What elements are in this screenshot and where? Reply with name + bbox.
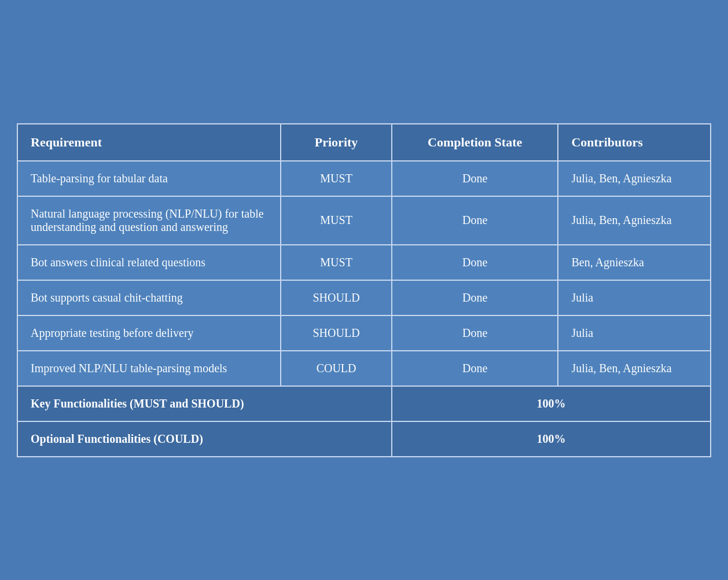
table-header-row: Requirement Priority Completion State Co… <box>17 124 711 161</box>
cell-priority: MUST <box>281 161 392 196</box>
summary-value: 100% <box>392 386 711 421</box>
cell-completion: Done <box>392 161 558 196</box>
summary-label: Key Functionalities (MUST and SHOULD) <box>17 386 392 421</box>
cell-completion: Done <box>392 315 558 351</box>
header-contributors: Contributors <box>558 124 711 161</box>
table-row: Table-parsing for tabular dataMUSTDoneJu… <box>17 161 711 196</box>
requirements-table: Requirement Priority Completion State Co… <box>17 123 711 457</box>
cell-contributors: Ben, Agnieszka <box>558 245 711 280</box>
header-requirement: Requirement <box>17 124 281 161</box>
summary-row: Key Functionalities (MUST and SHOULD)100… <box>17 386 711 421</box>
table-row: Improved NLP/NLU table-parsing modelsCOU… <box>17 351 711 386</box>
cell-priority: MUST <box>281 196 392 245</box>
summary-value: 100% <box>392 421 711 457</box>
cell-priority: MUST <box>281 245 392 280</box>
cell-requirement: Table-parsing for tabular data <box>17 161 281 196</box>
cell-contributors: Julia <box>558 315 711 351</box>
cell-requirement: Bot answers clinical related questions <box>17 245 281 280</box>
table-row: Appropriate testing before deliverySHOUL… <box>17 315 711 351</box>
cell-requirement: Improved NLP/NLU table-parsing models <box>17 351 281 386</box>
summary-row: Optional Functionalities (COULD)100% <box>17 421 711 457</box>
table-row: Bot answers clinical related questionsMU… <box>17 245 711 280</box>
table-row: Natural language processing (NLP/NLU) fo… <box>17 196 711 245</box>
cell-completion: Done <box>392 280 558 315</box>
cell-requirement: Bot supports casual chit-chatting <box>17 280 281 315</box>
header-completion: Completion State <box>392 124 558 161</box>
cell-contributors: Julia <box>558 280 711 315</box>
cell-completion: Done <box>392 245 558 280</box>
cell-priority: SHOULD <box>281 315 392 351</box>
cell-contributors: Julia, Ben, Agnieszka <box>558 351 711 386</box>
cell-completion: Done <box>392 351 558 386</box>
cell-contributors: Julia, Ben, Agnieszka <box>558 196 711 245</box>
table-row: Bot supports casual chit-chattingSHOULDD… <box>17 280 711 315</box>
requirements-table-wrapper: Requirement Priority Completion State Co… <box>17 123 711 457</box>
header-priority: Priority <box>281 124 392 161</box>
cell-completion: Done <box>392 196 558 245</box>
cell-requirement: Appropriate testing before delivery <box>17 315 281 351</box>
cell-requirement: Natural language processing (NLP/NLU) fo… <box>17 196 281 245</box>
cell-priority: COULD <box>281 351 392 386</box>
summary-label: Optional Functionalities (COULD) <box>17 421 392 457</box>
cell-contributors: Julia, Ben, Agnieszka <box>558 161 711 196</box>
cell-priority: SHOULD <box>281 280 392 315</box>
